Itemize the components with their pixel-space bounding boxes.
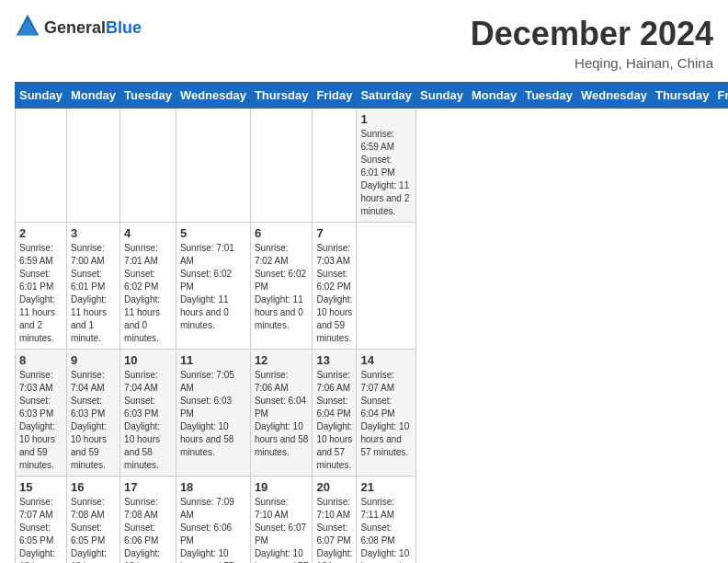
calendar-day-cell: 19Sunrise: 7:10 AMSunset: 6:07 PMDayligh… — [250, 477, 313, 564]
calendar-day-cell: 10Sunrise: 7:04 AMSunset: 6:03 PMDayligh… — [120, 350, 176, 477]
day-number: 9 — [71, 353, 116, 367]
day-info: Sunrise: 7:03 AMSunset: 6:03 PMDaylight:… — [19, 369, 63, 472]
calendar-week-row: 15Sunrise: 7:07 AMSunset: 6:05 PMDayligh… — [16, 477, 729, 564]
page-header: GeneralBlue December 2024 Heqing, Hainan… — [15, 15, 713, 71]
day-of-week-header: Friday — [713, 83, 728, 109]
day-info: Sunrise: 7:02 AMSunset: 6:02 PMDaylight:… — [255, 242, 309, 332]
calendar-day-cell: 12Sunrise: 7:06 AMSunset: 6:04 PMDayligh… — [250, 350, 313, 477]
logo: GeneralBlue — [15, 15, 142, 40]
day-number: 21 — [360, 480, 412, 494]
day-number: 17 — [124, 480, 172, 494]
day-number: 19 — [255, 480, 309, 494]
day-number: 5 — [180, 226, 246, 240]
calendar-day-cell: 5Sunrise: 7:01 AMSunset: 6:02 PMDaylight… — [176, 223, 250, 350]
empty-cell — [250, 109, 313, 223]
empty-cell — [313, 109, 357, 223]
day-info: Sunrise: 6:59 AMSunset: 6:01 PMDaylight:… — [19, 242, 63, 345]
calendar-day-cell: 1Sunrise: 6:59 AMSunset: 6:01 PMDaylight… — [357, 109, 416, 223]
day-of-week-header: Thursday — [651, 83, 713, 109]
calendar-header-row: SundayMondayTuesdayWednesdayThursdayFrid… — [16, 83, 729, 109]
day-of-week-header: Thursday — [250, 83, 313, 109]
day-number: 12 — [255, 353, 309, 367]
day-of-week-header: Monday — [468, 83, 521, 109]
calendar-day-cell — [357, 223, 416, 350]
calendar-day-cell: 21Sunrise: 7:11 AMSunset: 6:08 PMDayligh… — [357, 477, 416, 564]
day-of-week-header: Wednesday — [576, 83, 651, 109]
day-info: Sunrise: 6:59 AMSunset: 6:01 PMDaylight:… — [360, 128, 412, 218]
logo-blue-text: Blue — [106, 18, 142, 37]
calendar-table: SundayMondayTuesdayWednesdayThursdayFrid… — [15, 82, 728, 563]
day-info: Sunrise: 7:07 AMSunset: 6:04 PMDaylight:… — [360, 369, 412, 459]
day-info: Sunrise: 7:04 AMSunset: 6:03 PMDaylight:… — [124, 369, 172, 472]
calendar-day-cell: 15Sunrise: 7:07 AMSunset: 6:05 PMDayligh… — [16, 477, 67, 564]
day-of-week-header: Monday — [66, 83, 119, 109]
calendar-day-cell: 9Sunrise: 7:04 AMSunset: 6:03 PMDaylight… — [66, 350, 119, 477]
day-number: 18 — [180, 480, 246, 494]
day-info: Sunrise: 7:06 AMSunset: 6:04 PMDaylight:… — [255, 369, 309, 459]
empty-cell — [16, 109, 67, 223]
day-info: Sunrise: 7:10 AMSunset: 6:07 PMDaylight:… — [316, 496, 352, 563]
day-number: 16 — [71, 480, 116, 494]
calendar-day-cell: 7Sunrise: 7:03 AMSunset: 6:02 PMDaylight… — [313, 223, 357, 350]
day-number: 7 — [316, 226, 352, 240]
calendar-day-cell: 18Sunrise: 7:09 AMSunset: 6:06 PMDayligh… — [176, 477, 250, 564]
day-info: Sunrise: 7:09 AMSunset: 6:06 PMDaylight:… — [180, 496, 246, 563]
calendar-day-cell: 6Sunrise: 7:02 AMSunset: 6:02 PMDaylight… — [250, 223, 313, 350]
day-of-week-header: Tuesday — [521, 83, 577, 109]
location: Heqing, Hainan, China — [471, 55, 713, 71]
day-info: Sunrise: 7:04 AMSunset: 6:03 PMDaylight:… — [71, 369, 116, 472]
day-of-week-header: Sunday — [16, 83, 67, 109]
day-of-week-header: Saturday — [357, 83, 416, 109]
day-number: 14 — [360, 353, 412, 367]
day-number: 13 — [316, 353, 352, 367]
calendar-week-row: 8Sunrise: 7:03 AMSunset: 6:03 PMDaylight… — [16, 350, 729, 477]
day-info: Sunrise: 7:03 AMSunset: 6:02 PMDaylight:… — [316, 242, 352, 345]
day-info: Sunrise: 7:00 AMSunset: 6:01 PMDaylight:… — [71, 242, 116, 345]
calendar-day-cell: 8Sunrise: 7:03 AMSunset: 6:03 PMDaylight… — [16, 350, 67, 477]
day-info: Sunrise: 7:05 AMSunset: 6:03 PMDaylight:… — [180, 369, 246, 459]
day-info: Sunrise: 7:11 AMSunset: 6:08 PMDaylight:… — [360, 496, 412, 563]
day-number: 3 — [71, 226, 116, 240]
day-info: Sunrise: 7:01 AMSunset: 6:02 PMDaylight:… — [180, 242, 246, 332]
day-number: 2 — [19, 226, 63, 240]
logo-icon — [15, 13, 40, 39]
calendar-day-cell: 11Sunrise: 7:05 AMSunset: 6:03 PMDayligh… — [176, 350, 250, 477]
calendar-day-cell: 3Sunrise: 7:00 AMSunset: 6:01 PMDaylight… — [66, 223, 119, 350]
calendar-week-row: 2Sunrise: 6:59 AMSunset: 6:01 PMDaylight… — [16, 223, 729, 350]
day-of-week-header: Tuesday — [120, 83, 176, 109]
day-info: Sunrise: 7:06 AMSunset: 6:04 PMDaylight:… — [316, 369, 352, 472]
day-number: 11 — [180, 353, 246, 367]
calendar-day-cell: 4Sunrise: 7:01 AMSunset: 6:02 PMDaylight… — [120, 223, 176, 350]
month-title: December 2024 — [471, 15, 713, 53]
empty-cell — [120, 109, 176, 223]
day-number: 1 — [360, 112, 412, 126]
calendar-day-cell: 2Sunrise: 6:59 AMSunset: 6:01 PMDaylight… — [16, 223, 67, 350]
day-of-week-header: Friday — [313, 83, 357, 109]
logo-general-text: General — [44, 18, 106, 37]
day-number: 20 — [316, 480, 352, 494]
calendar-day-cell: 16Sunrise: 7:08 AMSunset: 6:05 PMDayligh… — [66, 477, 119, 564]
day-info: Sunrise: 7:01 AMSunset: 6:02 PMDaylight:… — [124, 242, 172, 345]
calendar-day-cell: 17Sunrise: 7:08 AMSunset: 6:06 PMDayligh… — [120, 477, 176, 564]
day-number: 6 — [255, 226, 309, 240]
day-number: 10 — [124, 353, 172, 367]
title-block: December 2024 Heqing, Hainan, China — [471, 15, 713, 71]
calendar-day-cell: 13Sunrise: 7:06 AMSunset: 6:04 PMDayligh… — [313, 350, 357, 477]
calendar-day-cell: 14Sunrise: 7:07 AMSunset: 6:04 PMDayligh… — [357, 350, 416, 477]
day-number: 4 — [124, 226, 172, 240]
day-info: Sunrise: 7:10 AMSunset: 6:07 PMDaylight:… — [255, 496, 309, 563]
day-info: Sunrise: 7:08 AMSunset: 6:06 PMDaylight:… — [124, 496, 172, 563]
empty-cell — [176, 109, 250, 223]
day-info: Sunrise: 7:07 AMSunset: 6:05 PMDaylight:… — [19, 496, 63, 563]
day-of-week-header: Sunday — [416, 83, 468, 109]
day-number: 15 — [19, 480, 63, 494]
calendar-week-row: 1Sunrise: 6:59 AMSunset: 6:01 PMDaylight… — [16, 109, 729, 223]
empty-cell — [66, 109, 119, 223]
day-number: 8 — [19, 353, 63, 367]
day-of-week-header: Wednesday — [176, 83, 250, 109]
calendar-day-cell: 20Sunrise: 7:10 AMSunset: 6:07 PMDayligh… — [313, 477, 357, 564]
day-info: Sunrise: 7:08 AMSunset: 6:05 PMDaylight:… — [71, 496, 116, 563]
